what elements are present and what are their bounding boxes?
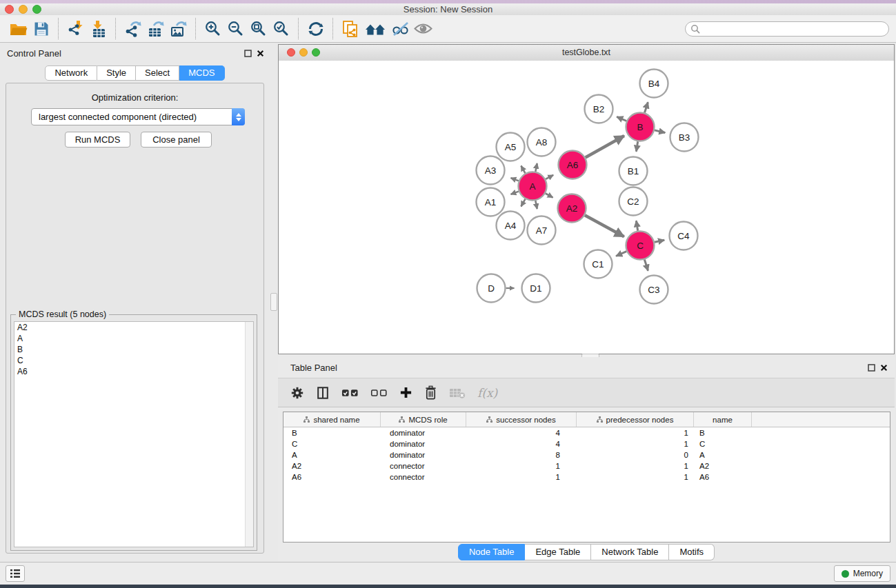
node-A7[interactable]: A7 bbox=[528, 216, 556, 245]
tab-mcds[interactable]: MCDS bbox=[179, 65, 224, 81]
edge-A-A2[interactable] bbox=[546, 194, 553, 198]
result-scrollbar[interactable] bbox=[245, 322, 253, 547]
table-float-panel-button[interactable] bbox=[867, 363, 875, 372]
zoom-fit-button[interactable] bbox=[247, 17, 270, 40]
zoom-out-button[interactable] bbox=[224, 17, 247, 40]
node-A3[interactable]: A3 bbox=[477, 156, 505, 185]
edge-C-C1[interactable] bbox=[616, 252, 626, 256]
zoom-selected-button[interactable] bbox=[270, 17, 292, 40]
node-A4[interactable]: A4 bbox=[497, 212, 525, 240]
select-all-button[interactable] bbox=[341, 384, 359, 402]
tab-motifs[interactable]: Motifs bbox=[669, 544, 715, 560]
mcds-result-item[interactable]: A6 bbox=[14, 366, 253, 377]
edge-A-A5[interactable] bbox=[521, 166, 525, 174]
network-close-traffic-light[interactable] bbox=[287, 48, 295, 57]
tab-network-table[interactable]: Network Table bbox=[591, 544, 669, 560]
delete-table-button[interactable] bbox=[449, 384, 466, 402]
node-C2[interactable]: C2 bbox=[619, 187, 648, 216]
refresh-button[interactable] bbox=[304, 17, 327, 40]
column-header-mcds-role[interactable]: MCDS role bbox=[381, 412, 466, 427]
edge-B-B1[interactable] bbox=[636, 141, 637, 152]
delete-entry-button[interactable] bbox=[424, 384, 437, 402]
table-row[interactable]: Adominator80A bbox=[283, 449, 890, 460]
zoom-traffic-light[interactable] bbox=[32, 5, 41, 14]
tab-edge-table[interactable]: Edge Table bbox=[525, 544, 591, 560]
node-D[interactable]: D bbox=[477, 274, 506, 303]
close-panel-button-mcds[interactable]: Close panel bbox=[141, 132, 212, 148]
new-network-from-selection-button[interactable] bbox=[339, 17, 361, 40]
import-network-button[interactable] bbox=[64, 17, 87, 40]
node-A2[interactable]: A2 bbox=[558, 194, 586, 223]
node-A1[interactable]: A1 bbox=[477, 188, 505, 216]
edge-A2-C[interactable] bbox=[585, 215, 624, 236]
run-mcds-button[interactable]: Run MCDS bbox=[65, 132, 130, 148]
add-entry-button[interactable] bbox=[399, 384, 412, 402]
edge-C-C4[interactable] bbox=[655, 240, 664, 242]
node-A6[interactable]: A6 bbox=[559, 151, 587, 179]
mcds-result-item[interactable]: B bbox=[14, 344, 253, 355]
home-button[interactable] bbox=[361, 17, 389, 40]
deselect-all-button[interactable] bbox=[370, 384, 388, 402]
table-settings-button[interactable] bbox=[290, 384, 304, 402]
edge-A-A4[interactable] bbox=[521, 199, 525, 207]
criterion-dropdown[interactable]: largest connected component (directed) bbox=[31, 108, 245, 125]
node-C4[interactable]: C4 bbox=[670, 222, 698, 250]
import-table-button[interactable] bbox=[87, 17, 110, 40]
toggle-graphics-details-button[interactable] bbox=[389, 17, 412, 40]
tab-node-table[interactable]: Node Table bbox=[458, 544, 526, 560]
show-columns-button[interactable] bbox=[316, 384, 330, 402]
export-image-button[interactable] bbox=[167, 17, 190, 40]
table-row[interactable]: Cdominator41C bbox=[283, 438, 890, 449]
vertical-split-divider[interactable] bbox=[270, 43, 278, 562]
close-traffic-light[interactable] bbox=[5, 5, 14, 14]
node-A8[interactable]: A8 bbox=[528, 128, 556, 156]
edge-B-B4[interactable] bbox=[645, 102, 648, 112]
tab-style[interactable]: Style bbox=[97, 65, 136, 81]
float-panel-button[interactable] bbox=[243, 49, 252, 57]
node-A5[interactable]: A5 bbox=[497, 133, 525, 161]
network-zoom-traffic-light[interactable] bbox=[312, 48, 320, 57]
network-canvas[interactable]: B4B2BB3A8A5A6A3B1AA1C2A2A4A7C4CC1C3DD1 bbox=[279, 61, 894, 354]
show-hide-details-button[interactable] bbox=[412, 17, 435, 40]
tab-select[interactable]: Select bbox=[136, 65, 179, 81]
edge-A6-B[interactable] bbox=[586, 136, 624, 158]
edge-B-B2[interactable] bbox=[617, 116, 626, 121]
minimize-traffic-light[interactable] bbox=[19, 5, 28, 14]
mcds-result-list[interactable]: A2ABCA6 bbox=[14, 321, 254, 547]
edge-B-B3[interactable] bbox=[655, 130, 665, 133]
memory-button[interactable]: Memory bbox=[834, 565, 890, 582]
column-header-shared-name[interactable]: shared name bbox=[283, 412, 381, 427]
node-C1[interactable]: C1 bbox=[584, 250, 613, 278]
table-close-panel-button[interactable] bbox=[879, 363, 888, 372]
edge-A-A1[interactable] bbox=[511, 192, 519, 194]
edge-A-A7[interactable] bbox=[535, 201, 537, 209]
node-C[interactable]: C bbox=[626, 232, 655, 260]
close-panel-button[interactable] bbox=[256, 49, 264, 57]
column-header-successor-nodes[interactable]: successor nodes bbox=[466, 412, 577, 427]
node-B3[interactable]: B3 bbox=[670, 123, 699, 152]
mcds-result-item[interactable]: A2 bbox=[14, 322, 253, 333]
network-window-titlebar[interactable]: testGlobe.txt bbox=[279, 45, 894, 61]
node-B1[interactable]: B1 bbox=[619, 157, 648, 185]
node-B2[interactable]: B2 bbox=[585, 95, 613, 123]
export-network-button[interactable] bbox=[121, 17, 144, 40]
edge-C-C3[interactable] bbox=[644, 260, 648, 271]
node-A[interactable]: A bbox=[519, 172, 547, 201]
edge-A-A3[interactable] bbox=[511, 178, 519, 181]
column-header-name[interactable]: name bbox=[694, 412, 752, 427]
edge-A-A6[interactable] bbox=[546, 175, 553, 179]
table-row[interactable]: A6connector11A6 bbox=[283, 472, 890, 483]
table-row[interactable]: Bdominator41B bbox=[283, 427, 890, 438]
table-row[interactable]: A2connector11A2 bbox=[283, 460, 890, 472]
function-builder-button[interactable]: f(x) bbox=[477, 384, 497, 402]
export-table-button[interactable] bbox=[144, 17, 167, 40]
edge-C-C2[interactable] bbox=[636, 221, 637, 231]
column-header-predecessor-nodes[interactable]: predecessor nodes bbox=[577, 412, 694, 427]
network-minimize-traffic-light[interactable] bbox=[299, 48, 308, 57]
node-C3[interactable]: C3 bbox=[640, 276, 668, 304]
task-history-button[interactable] bbox=[6, 565, 25, 582]
tab-network[interactable]: Network bbox=[45, 65, 97, 81]
divider-handle[interactable] bbox=[270, 293, 277, 311]
node-B4[interactable]: B4 bbox=[640, 70, 668, 98]
mcds-result-item[interactable]: A bbox=[14, 333, 253, 344]
